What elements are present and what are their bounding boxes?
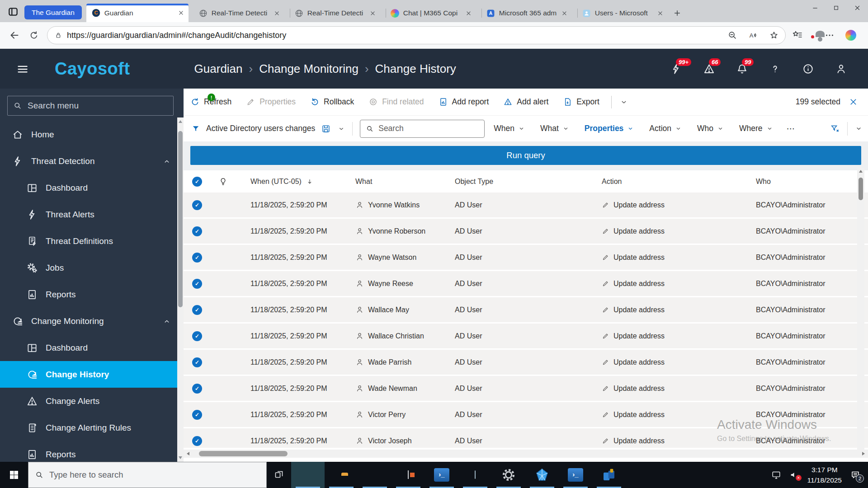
read-aloud-icon[interactable]: A [748,30,758,40]
filterbar-expand-icon[interactable] [855,125,863,132]
tab-close-icon[interactable] [561,9,568,17]
scroll-up-arrow[interactable] [859,170,863,173]
taskbar-app[interactable] [425,462,458,488]
toolbar-button[interactable]: Refresh ! [190,97,231,107]
browser-tab[interactable]: Users - Microsoft [572,4,668,22]
breadcrumb-item[interactable]: Guardian [194,62,253,76]
sidebar-item[interactable]: Change History [0,361,184,388]
sidebar-item[interactable]: Change Monitoring [0,308,184,334]
toolbar-button[interactable]: Export [563,97,599,107]
run-query-button[interactable]: Run query [190,146,861,165]
toolbar-button[interactable]: Properties [246,97,296,107]
toolbar-button[interactable]: Add alert [503,97,548,107]
clear-filters-icon[interactable] [830,124,840,134]
row-checkbox[interactable] [192,226,202,236]
breadcrumb-item[interactable]: Change History [375,62,456,76]
sidebar-item[interactable]: Threat Alerts [0,201,184,228]
close-window-icon[interactable] [847,0,868,16]
sidebar-item[interactable]: Dashboard [0,334,184,361]
filter-chip[interactable]: Properties [585,124,634,133]
reload-icon[interactable] [29,30,39,40]
clear-selection-icon[interactable] [849,97,858,107]
new-tab-icon[interactable] [670,4,684,22]
toolbar-button[interactable]: Find related [368,97,424,107]
row-checkbox[interactable] [192,305,202,315]
table-row[interactable]: 11/18/2025, 2:59:20 PM Wallace Christian… [184,324,868,348]
header-action-icon[interactable] [769,63,781,75]
table-row[interactable]: 11/18/2025, 2:59:20 PM Yvonne Roberson A… [184,219,868,244]
filter-chip[interactable]: What [540,124,569,133]
sidebar-search[interactable] [7,96,174,116]
sidebar-item[interactable]: Change Alerts [0,388,184,414]
browser-tab[interactable]: Real-Time Detecti [284,4,380,22]
tab-group-pill[interactable]: The Guardian [24,5,82,19]
lock-icon[interactable] [55,32,62,39]
taskbar-clock[interactable]: 3:17 PM 11/18/2025 [807,465,842,486]
sidebar-scrollbar[interactable] [177,117,184,462]
workspaces-icon[interactable] [6,5,20,19]
scroll-down-arrow[interactable] [179,456,182,459]
header-action-icon[interactable] [802,63,814,75]
chevron-up-icon[interactable] [163,157,171,165]
row-checkbox[interactable] [192,279,202,289]
sidebar-search-input[interactable] [28,101,168,111]
taskbar-app[interactable] [492,462,525,488]
sidebar-item[interactable]: Jobs [0,254,184,281]
search-input[interactable] [378,124,479,133]
filter-chip[interactable]: Who [697,124,724,133]
column-header-when[interactable]: When (UTC-05) [237,178,355,186]
browser-tab[interactable]: Chat | M365 Copi [380,4,476,22]
taskbar-app[interactable] [458,462,492,488]
sidebar-item[interactable]: Change Alerting Rules [0,414,184,441]
column-header-action[interactable]: Action [602,178,753,186]
taskbar-app[interactable] [291,462,325,488]
row-checkbox[interactable] [192,253,202,263]
tab-close-icon[interactable] [465,9,472,17]
browser-tab[interactable]: C Guardian [86,4,189,22]
task-view-icon[interactable] [267,462,291,488]
column-header-who[interactable]: Who [753,178,868,186]
row-checkbox[interactable] [192,436,202,446]
vertical-scrollbar[interactable] [857,168,864,457]
table-row[interactable]: 11/18/2025, 2:59:20 PM Victor Joseph AD … [184,428,868,448]
more-filters-icon[interactable]: ⋯ [787,123,796,134]
taskbar-search-input[interactable] [49,470,260,480]
search-field[interactable] [360,120,485,138]
tab-close-icon[interactable] [656,9,664,17]
url-text[interactable]: https://guardian/guardian/admin#/changeA… [67,31,717,40]
menu-icon[interactable] [16,63,28,75]
table-row[interactable]: 11/18/2025, 2:59:20 PM Wayne Reese AD Us… [184,271,868,296]
browser-tab[interactable]: A Microsoft 365 adm [476,4,572,22]
scroll-right-arrow[interactable] [862,452,865,455]
action-center-icon[interactable]: 2 [850,469,861,480]
maximize-icon[interactable] [826,0,847,16]
horizontal-scroll-thumb[interactable] [199,451,288,456]
row-checkbox[interactable] [192,200,202,210]
sidebar-item[interactable]: Threat Definitions [0,228,184,254]
browser-menu-icon[interactable] [825,30,835,40]
filter-chip[interactable]: Action [649,124,682,133]
network-icon[interactable] [771,470,781,480]
sidebar-item[interactable]: Dashboard [0,174,184,201]
row-checkbox[interactable] [192,331,202,341]
tab-close-icon[interactable] [177,9,185,17]
cayosoft-logo[interactable]: Cayosoft [55,59,130,79]
toolbar-button[interactable]: Add report [439,97,489,107]
filter-chip[interactable]: Where [739,124,773,133]
taskbar-app[interactable] [592,462,626,488]
sidebar-item[interactable]: Reports [0,281,184,308]
sidebar-item[interactable]: Threat Detection [0,148,184,174]
favorite-star-icon[interactable] [769,30,779,40]
header-action-icon[interactable] [835,63,847,75]
table-row[interactable]: 11/18/2025, 2:59:20 PM Wade Parrish AD U… [184,350,868,375]
sidebar-item[interactable]: Reports [0,441,184,468]
tab-close-icon[interactable] [369,9,377,17]
horizontal-scrollbar[interactable] [184,450,868,458]
volume-muted-icon[interactable] [789,470,799,480]
toolbar-button[interactable]: Rollback [310,97,354,107]
select-all-checkbox[interactable] [192,177,202,187]
header-action-icon[interactable]: 99+ [670,63,682,75]
row-checkbox[interactable] [192,384,202,394]
vertical-scroll-thumb[interactable] [859,178,863,200]
sidebar-item[interactable]: Home [0,121,184,148]
